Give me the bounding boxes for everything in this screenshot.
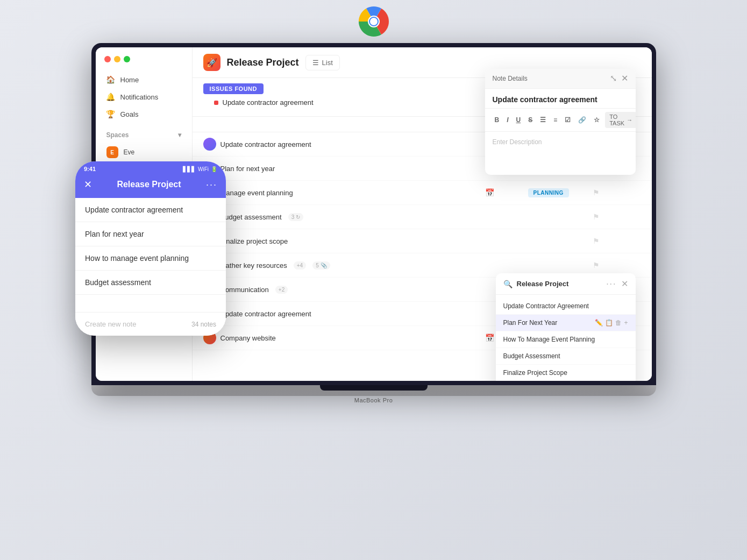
phone-header: ✕ Release Project ···	[75, 174, 226, 198]
attach-count: 5 📎	[312, 261, 330, 270]
spaces-header: Spaces ▾	[96, 127, 192, 143]
avatar	[203, 138, 216, 151]
scene: 🏠 Home 🔔 Notifications 🏆 Goals	[0, 0, 747, 560]
list-item[interactable]: Plan for next year	[75, 222, 226, 246]
notes-close-button[interactable]: ✕	[621, 279, 628, 289]
to-task-button[interactable]: TO TASK →	[605, 112, 635, 128]
flag-icon: ⚑	[593, 188, 641, 197]
tag-chip: +4	[294, 261, 306, 270]
flag-icon: ⚑	[593, 237, 641, 245]
phone-notes-list: Update contractor agreement Plan for nex…	[75, 198, 226, 327]
phone-status-bar: 9:41 ▋▋▋ WiFi 🔋	[75, 161, 226, 174]
phone-time: 9:41	[84, 166, 96, 172]
wifi-icon: WiFi	[198, 166, 209, 172]
battery-icon: 🔋	[211, 166, 217, 172]
list-view-tab[interactable]: ☰ List	[305, 55, 340, 70]
list-item[interactable]: How To Manage Event Planning	[496, 331, 636, 348]
trophy-icon: 🏆	[106, 110, 115, 118]
traffic-green[interactable]	[124, 56, 130, 62]
chevron-down-icon[interactable]: ▾	[178, 131, 181, 139]
checkbox-tool[interactable]: ☑	[563, 115, 573, 125]
notes-panel-controls: ··· ✕	[606, 279, 628, 289]
macbook-notch	[320, 385, 428, 391]
list-item[interactable]: Budget assessment	[75, 271, 226, 295]
add-icon[interactable]: +	[624, 319, 628, 327]
popup-titlebar: Note Details ⤡ ✕	[485, 69, 636, 89]
home-icon: 🏠	[106, 75, 115, 84]
tag-chip: 3 ↻	[288, 213, 303, 221]
notes-panel: 🔍 Release Project ··· ✕ Update Contracto…	[496, 273, 636, 381]
minimize-icon[interactable]: ⤡	[610, 74, 617, 83]
sidebar-item-home[interactable]: 🏠 Home	[100, 71, 188, 88]
popup-description[interactable]: Enter Description	[485, 132, 636, 175]
list-item[interactable]: Plan For Next Year ✏️ 📋 🗑 +	[496, 315, 636, 331]
italic-tool[interactable]: I	[504, 115, 510, 125]
star-tool[interactable]: ☆	[592, 115, 602, 125]
ordered-list-tool[interactable]: ≡	[551, 115, 559, 125]
list-item[interactable]: Update Contractor Agreement	[496, 298, 636, 315]
popup-title-text: Note Details	[493, 75, 528, 82]
popup-toolbar: B I U S ☰ ≡ ☑ 🔗 ☆ TO TASK →	[485, 108, 636, 132]
sidebar-item-eve[interactable]: E Eve	[100, 143, 188, 161]
list-tool[interactable]: ☰	[538, 115, 548, 125]
list-item[interactable]: Finalize Project Scope	[496, 365, 636, 381]
popup-note-title: Update contractor agreement	[485, 89, 636, 108]
notes-panel-header: 🔍 Release Project ··· ✕	[496, 273, 636, 295]
bell-icon: 🔔	[106, 93, 115, 101]
table-row[interactable]: Budget assessment 3 ↻ ⚑	[193, 205, 652, 229]
copy-icon[interactable]: 📋	[605, 319, 613, 327]
signal-icon: ▋▋▋	[183, 166, 196, 172]
space-avatar-eve: E	[106, 146, 118, 158]
search-icon[interactable]: 🔍	[503, 280, 513, 288]
table-row[interactable]: Finalize project scope ⚑	[193, 229, 652, 253]
sidebar-item-notifications[interactable]: 🔔 Notifications	[100, 88, 188, 105]
project-icon: 🚀	[203, 54, 220, 71]
table-row[interactable]: Manage event planning 📅 PLANNING ⚑	[193, 181, 652, 205]
note-details-popup: Note Details ⤡ ✕ Update contractor agree…	[485, 69, 636, 175]
chrome-icon	[358, 5, 390, 38]
phone-more-button[interactable]: ···	[206, 179, 217, 190]
list-item[interactable]: How to manage event planning	[75, 246, 226, 271]
stage-badge: PLANNING	[528, 188, 569, 197]
edit-icon[interactable]: ✏️	[595, 319, 603, 327]
issues-badge: ISSUES FOUND	[203, 83, 264, 94]
macbook-chin	[91, 385, 656, 396]
link-tool[interactable]: 🔗	[576, 115, 588, 125]
phone-note-count: 34 notes	[191, 321, 216, 328]
project-title: Release Project	[227, 57, 299, 68]
flag-icon: ⚑	[593, 261, 641, 270]
flag-icon: ⚑	[593, 212, 641, 221]
popup-controls: ⤡ ✕	[610, 74, 628, 83]
strikethrough-tool[interactable]: S	[526, 115, 535, 125]
svg-point-3	[370, 18, 378, 25]
delete-icon[interactable]: 🗑	[615, 319, 622, 327]
more-icon[interactable]: ···	[606, 279, 616, 289]
traffic-red[interactable]	[104, 56, 111, 62]
bold-tool[interactable]: B	[493, 115, 502, 125]
tag-chip: +2	[275, 286, 288, 294]
note-item-actions: ✏️ 📋 🗑 +	[595, 319, 628, 327]
macbook-label: MacBook Pro	[91, 397, 656, 403]
phone-status-icons: ▋▋▋ WiFi 🔋	[183, 166, 217, 172]
list-item[interactable]: Update contractor agreement	[75, 198, 226, 222]
phone-close-button[interactable]: ✕	[84, 179, 92, 190]
notes-panel-title: Release Project	[517, 280, 602, 288]
close-icon[interactable]: ✕	[621, 74, 628, 83]
list-icon: ☰	[312, 59, 319, 67]
phone: 9:41 ▋▋▋ WiFi 🔋 ✕ Release Project ··· Up…	[75, 161, 226, 336]
list-item[interactable]: Budget Assessment	[496, 348, 636, 365]
underline-tool[interactable]: U	[514, 115, 523, 125]
arrow-icon: →	[627, 117, 632, 123]
notes-list: Update Contractor Agreement Plan For Nex…	[496, 295, 636, 381]
phone-header-title: Release Project	[117, 180, 181, 189]
calendar-icon: 📅	[485, 188, 528, 197]
issue-dot	[214, 101, 218, 105]
traffic-yellow[interactable]	[114, 56, 120, 62]
sidebar-item-goals[interactable]: 🏆 Goals	[100, 105, 188, 123]
traffic-lights	[96, 56, 192, 71]
phone-create-note[interactable]: Create new note 34 notes	[75, 312, 226, 336]
